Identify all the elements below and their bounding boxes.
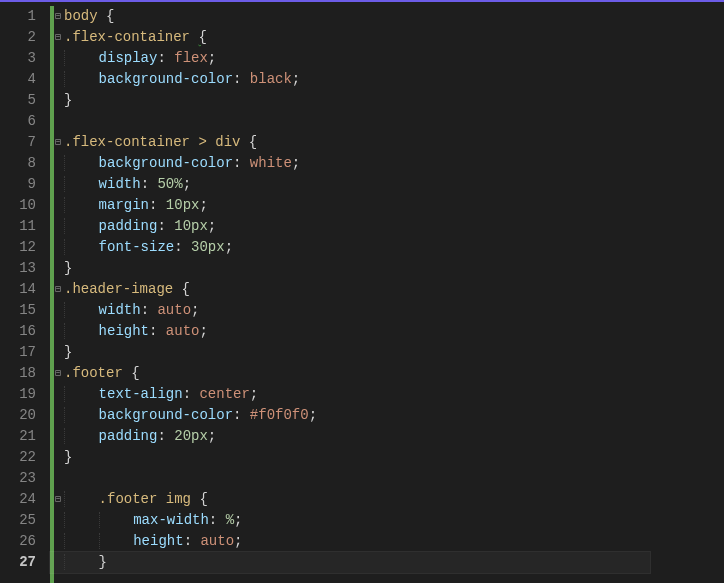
code-line[interactable]: } (50, 90, 650, 111)
line-number[interactable]: 2 (10, 27, 36, 48)
line-number[interactable]: 21 (10, 426, 36, 447)
code-line[interactable]: background-color: black; (50, 69, 650, 90)
code-line[interactable]: } (50, 258, 650, 279)
code-line[interactable]: width: auto; (50, 300, 650, 321)
code-line[interactable]: width: 50%; (50, 174, 650, 195)
code-area[interactable]: ⊟body {⊟.flex-container { display: flex;… (50, 2, 650, 583)
line-number[interactable]: 19 (10, 384, 36, 405)
token-punc: ; (292, 71, 300, 87)
indent-guide (64, 302, 99, 318)
code-line[interactable]: } (50, 342, 650, 363)
token-val: white (250, 155, 292, 171)
code-line[interactable]: ⊟.flex-container > div { (50, 132, 650, 153)
token-punc: ; (199, 323, 207, 339)
code-line[interactable]: } (50, 447, 650, 468)
code-line[interactable]: height: auto; (50, 321, 650, 342)
fold-icon[interactable]: ⊟ (52, 27, 64, 48)
line-number[interactable]: 6 (10, 111, 36, 132)
token-squiggle: { (198, 29, 206, 45)
token-punc: ; (309, 407, 317, 423)
fold-icon[interactable]: ⊟ (52, 279, 64, 300)
fold-icon[interactable]: ⊟ (52, 489, 64, 510)
indent-guide (99, 512, 134, 528)
code-line[interactable]: background-color: white; (50, 153, 650, 174)
token-val: auto (200, 533, 234, 549)
indent-guide (64, 155, 99, 171)
token-punc: { (240, 134, 257, 150)
line-number[interactable]: 4 (10, 69, 36, 90)
line-number[interactable]: 5 (10, 90, 36, 111)
line-number[interactable]: 18 (10, 363, 36, 384)
line-number[interactable]: 14 (10, 279, 36, 300)
token-punc: : (157, 50, 174, 66)
token-punc: { (191, 491, 208, 507)
token-punc: ; (191, 302, 199, 318)
code-line[interactable]: height: auto; (50, 531, 650, 552)
code-line[interactable]: } (50, 552, 650, 573)
code-line[interactable]: ⊟body { (50, 6, 650, 27)
line-number[interactable]: 17 (10, 342, 36, 363)
line-number[interactable]: 27 (10, 552, 36, 573)
fold-icon (52, 153, 64, 174)
code-line[interactable]: padding: 10px; (50, 216, 650, 237)
token-punc: : (141, 302, 158, 318)
line-number[interactable]: 10 (10, 195, 36, 216)
indent-guide (64, 323, 99, 339)
line-number[interactable]: 12 (10, 237, 36, 258)
line-number[interactable]: 23 (10, 468, 36, 489)
token-prop: text-align (99, 386, 183, 402)
token-punc: : (149, 323, 166, 339)
token-punc: ; (208, 218, 216, 234)
fold-icon[interactable]: ⊟ (52, 132, 64, 153)
fold-icon (52, 384, 64, 405)
token-punc: : (157, 428, 174, 444)
code-line[interactable] (50, 468, 650, 489)
line-number[interactable]: 3 (10, 48, 36, 69)
code-line[interactable]: text-align: center; (50, 384, 650, 405)
code-line[interactable]: max-width: %; (50, 510, 650, 531)
token-punc: ; (208, 428, 216, 444)
line-number[interactable]: 15 (10, 300, 36, 321)
code-line[interactable]: ⊟.footer { (50, 363, 650, 384)
line-number-gutter[interactable]: 1234567891011121314151617181920212223242… (0, 2, 50, 583)
fold-icon (52, 342, 64, 363)
code-line[interactable]: ⊟.header-image { (50, 279, 650, 300)
fold-icon (52, 510, 64, 531)
line-number[interactable]: 26 (10, 531, 36, 552)
line-number[interactable]: 20 (10, 405, 36, 426)
minimap[interactable] (650, 2, 710, 583)
indent-guide (64, 533, 99, 549)
indent-guide (64, 407, 99, 423)
token-prop: padding (99, 218, 158, 234)
line-number[interactable]: 13 (10, 258, 36, 279)
fold-icon[interactable]: ⊟ (52, 363, 64, 384)
line-number[interactable]: 22 (10, 447, 36, 468)
line-number[interactable]: 9 (10, 174, 36, 195)
line-number[interactable]: 11 (10, 216, 36, 237)
line-number[interactable]: 16 (10, 321, 36, 342)
code-line[interactable]: padding: 20px; (50, 426, 650, 447)
line-number[interactable]: 24 (10, 489, 36, 510)
token-punc: ; (234, 533, 242, 549)
code-line[interactable]: background-color: #f0f0f0; (50, 405, 650, 426)
vertical-scrollbar[interactable] (710, 2, 724, 583)
indent-guide (64, 428, 99, 444)
fold-icon (52, 300, 64, 321)
line-number[interactable]: 25 (10, 510, 36, 531)
code-line[interactable]: ⊟.flex-container { (50, 27, 650, 48)
token-punc: ; (225, 239, 233, 255)
code-line[interactable]: margin: 10px; (50, 195, 650, 216)
fold-icon[interactable]: ⊟ (52, 6, 64, 27)
token-punc: } (99, 554, 107, 570)
token-prop: padding (99, 428, 158, 444)
line-number[interactable]: 1 (10, 6, 36, 27)
code-editor: 1234567891011121314151617181920212223242… (0, 0, 724, 583)
indent-guide (64, 386, 99, 402)
token-num: 30px (191, 239, 225, 255)
code-line[interactable]: display: flex; (50, 48, 650, 69)
line-number[interactable]: 8 (10, 153, 36, 174)
code-line[interactable]: font-size: 30px; (50, 237, 650, 258)
code-line[interactable] (50, 111, 650, 132)
line-number[interactable]: 7 (10, 132, 36, 153)
code-line[interactable]: ⊟ .footer img { (50, 489, 650, 510)
